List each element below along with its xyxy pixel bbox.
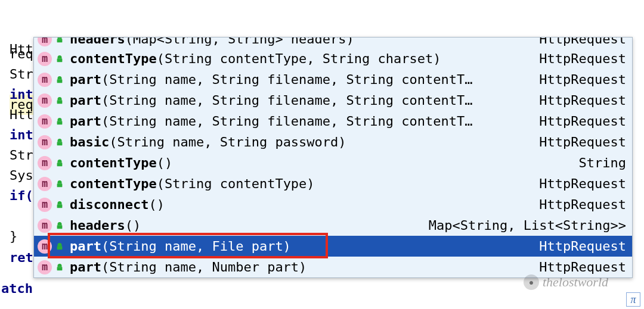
params-text: () — [157, 154, 173, 172]
public-visibility-icon — [55, 201, 64, 209]
peek-token: Htt — [10, 106, 33, 124]
params-text: (Map<String, String> headers) — [125, 38, 354, 48]
peek-token: int — [10, 126, 33, 144]
completion-item-part[interactable]: mpart(String name, String filename, Stri… — [34, 111, 632, 132]
method-icon: m — [38, 198, 52, 212]
svg-rect-6 — [57, 163, 63, 166]
peek-token: Str — [10, 65, 33, 83]
completion-item-part[interactable]: mpart(String name, File part)HttpRequest — [34, 236, 632, 257]
params-text: (String name, Number part) — [101, 258, 306, 276]
watermark: ● thelostworld — [524, 273, 608, 291]
return-type: String — [572, 154, 626, 172]
method-icon: m — [38, 38, 52, 46]
peek-token: ret — [10, 249, 33, 267]
public-visibility-icon — [55, 138, 64, 146]
method-name: contentType — [70, 154, 157, 172]
peek-token: int — [10, 86, 33, 104]
completion-item-contentType[interactable]: mcontentType(String contentType, String … — [34, 48, 632, 69]
public-visibility-icon — [55, 242, 64, 251]
return-type: Map<String, List<String>> — [422, 217, 626, 235]
svg-rect-8 — [57, 204, 63, 208]
public-visibility-icon — [55, 263, 64, 271]
completion-item-headers[interactable]: mheaders(Map<String, String> headers)Htt… — [34, 38, 632, 48]
pi-badge[interactable]: π — [626, 292, 640, 307]
params-text: (String name, String filename, String co… — [101, 71, 473, 89]
method-icon: m — [38, 239, 52, 254]
method-icon: m — [38, 156, 52, 170]
method-icon: m — [38, 177, 52, 191]
method-name: headers — [70, 38, 125, 48]
method-name: part — [70, 258, 101, 276]
params-text: () — [148, 196, 165, 214]
params-text: (String contentType) — [157, 175, 315, 193]
params-text: (String name, File part) — [101, 238, 291, 255]
public-visibility-icon — [55, 180, 64, 188]
svg-rect-5 — [57, 142, 63, 145]
svg-rect-4 — [57, 121, 63, 124]
method-name: part — [70, 71, 101, 89]
public-visibility-icon — [55, 159, 64, 167]
hint-footer: ^↓ and ^↑ will move caret down and up in… — [36, 295, 404, 309]
svg-rect-10 — [57, 246, 63, 249]
method-icon: m — [38, 93, 52, 108]
completion-item-contentType[interactable]: mcontentType(String contentType)HttpRequ… — [34, 173, 632, 194]
peek-token: req — [10, 45, 33, 63]
svg-rect-7 — [57, 183, 63, 187]
peek-token: } — [10, 227, 17, 245]
method-name: disconnect — [70, 196, 148, 214]
public-visibility-icon — [55, 117, 64, 126]
public-visibility-icon — [55, 221, 64, 230]
completion-item-basic[interactable]: mbasic(String name, String password)Http… — [34, 132, 632, 152]
params-text: (String name, String filename, String co… — [101, 92, 473, 110]
peek-token: Str — [10, 146, 33, 164]
completion-item-disconnect[interactable]: mdisconnect()HttpRequest — [34, 194, 632, 215]
peek-token: atch — [1, 280, 33, 298]
return-type: HttpRequest — [532, 38, 626, 48]
return-type: HttpRequest — [532, 196, 626, 214]
method-name: contentType — [70, 175, 157, 193]
svg-rect-9 — [57, 225, 63, 229]
wechat-icon: ● — [524, 274, 539, 290]
method-icon: m — [38, 260, 52, 274]
completion-item-part[interactable]: mpart(String name, String filename, Stri… — [34, 90, 632, 111]
params-text: (String name, String filename, String co… — [101, 113, 473, 130]
autocomplete-popup[interactable]: mheaders(Map<String, String> headers)Htt… — [33, 37, 633, 278]
return-type: HttpRequest — [532, 238, 626, 255]
return-type: HttpRequest — [532, 113, 626, 130]
params-text: (String name, String password) — [109, 133, 346, 151]
method-name: basic — [70, 133, 109, 151]
method-icon: m — [38, 73, 52, 87]
completion-item-part[interactable]: mpart(String name, String filename, Stri… — [34, 69, 632, 90]
params-text: (String contentType, String charset) — [157, 50, 441, 68]
svg-rect-3 — [57, 100, 63, 104]
method-icon: m — [38, 52, 52, 66]
method-name: part — [70, 238, 101, 255]
return-type: HttpRequest — [532, 71, 626, 89]
watermark-text: thelostworld — [543, 273, 608, 291]
public-visibility-icon — [55, 96, 64, 105]
public-visibility-icon — [55, 55, 64, 63]
peek-token: if( — [10, 187, 33, 205]
method-name: part — [70, 92, 101, 110]
peek-token: Sys — [10, 167, 33, 185]
svg-rect-11 — [57, 267, 63, 270]
method-icon: m — [38, 219, 52, 233]
public-visibility-icon — [55, 38, 64, 43]
public-visibility-icon — [55, 76, 64, 84]
completion-item-contentType[interactable]: mcontentType()String — [34, 152, 632, 173]
method-name: headers — [70, 217, 125, 235]
return-type: HttpRequest — [532, 50, 626, 68]
method-icon: m — [38, 135, 52, 149]
completion-item-headers[interactable]: mheaders()Map<String, List<String>> — [34, 215, 632, 236]
svg-rect-2 — [57, 79, 63, 83]
return-type: HttpRequest — [532, 92, 626, 110]
method-name: part — [70, 113, 101, 130]
method-name: contentType — [70, 50, 157, 68]
params-text: () — [125, 217, 141, 235]
return-type: HttpRequest — [532, 175, 626, 193]
method-icon: m — [38, 114, 52, 129]
svg-rect-0 — [57, 39, 63, 42]
return-type: HttpRequest — [532, 133, 626, 151]
svg-rect-1 — [57, 58, 63, 62]
